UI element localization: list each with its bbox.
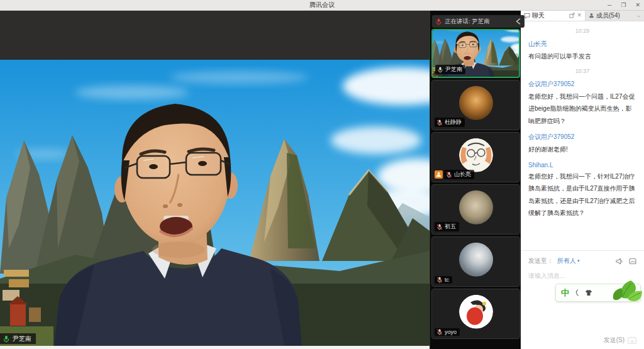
speaker-name-label: 尹芝南 bbox=[0, 333, 36, 344]
participant-name-label: 尹芝南 bbox=[435, 65, 465, 74]
tab-members[interactable]: 成员(54) ⌄ bbox=[586, 10, 644, 21]
participant-name-label: tc bbox=[435, 276, 452, 284]
panel-tabs: 聊天 ✕ 成员(54) ⌄ bbox=[521, 10, 644, 21]
close-chat-tab-icon[interactable]: ✕ bbox=[577, 13, 582, 18]
speaking-banner-label: 正在讲话: 尹芝南 bbox=[445, 18, 513, 26]
chat-sender[interactable]: 会议用户379052 bbox=[528, 80, 636, 89]
send-button[interactable]: 发送(S) bbox=[604, 336, 625, 345]
speaker-name: 尹芝南 bbox=[13, 335, 31, 343]
mic-muted-icon bbox=[436, 119, 443, 126]
avatar bbox=[459, 191, 493, 224]
window-titlebar: 腾讯会议 bbox=[0, 0, 644, 11]
send-to-caret-icon: ▾ bbox=[577, 258, 580, 263]
avatar bbox=[459, 243, 493, 277]
window-bottom-strip bbox=[0, 346, 430, 349]
avatar bbox=[459, 86, 493, 120]
participant-name-label: 山长亮 bbox=[444, 170, 474, 179]
mic-on-icon bbox=[437, 67, 443, 73]
popout-icon[interactable] bbox=[569, 13, 575, 18]
tab-chat[interactable]: 聊天 ✕ bbox=[521, 10, 586, 21]
chat-sender[interactable]: 山长亮 bbox=[528, 40, 636, 48]
window-title: 腾讯会议 bbox=[0, 0, 644, 10]
members-person-icon bbox=[589, 13, 594, 18]
chat-timestamp: 10:37 bbox=[528, 68, 636, 74]
chat-panel: 聊天 ✕ 成员(54) ⌄ 10:29 山长亮 有问题的可以举手发言 10:37… bbox=[521, 10, 644, 349]
send-to-selector[interactable]: 所有人▾ bbox=[557, 257, 580, 265]
mic-on-icon bbox=[3, 335, 10, 343]
main-video-area: 尹芝南 bbox=[0, 10, 430, 349]
restore-button[interactable]: ❐ bbox=[621, 0, 626, 10]
tab-overflow-caret-icon[interactable]: ⌄ bbox=[636, 13, 641, 18]
send-options-caret-icon[interactable]: ⌄ bbox=[628, 337, 636, 344]
chat-compose-area: 发送至： 所有人▾ 请输入消息... 中 bbox=[521, 250, 644, 349]
chat-message-text: 有问题的可以举手发言 bbox=[528, 50, 636, 63]
participant-tile[interactable]: 初五 bbox=[431, 184, 520, 235]
message-input[interactable]: 请输入消息... bbox=[528, 272, 636, 280]
close-button[interactable]: ✕ bbox=[635, 0, 640, 10]
screenshot-icon[interactable] bbox=[629, 258, 636, 265]
send-to-label: 发送至： bbox=[528, 257, 553, 265]
tab-members-label: 成员(54) bbox=[596, 11, 620, 20]
speaker-video-feed bbox=[0, 60, 430, 346]
ime-punctuation-icon[interactable] bbox=[574, 289, 580, 296]
avatar bbox=[459, 295, 493, 329]
mic-muted-icon bbox=[436, 277, 443, 283]
ime-mode-toggle[interactable]: 中 bbox=[561, 289, 569, 297]
participant-tile[interactable]: tc bbox=[431, 236, 520, 287]
chat-timestamp: 10:29 bbox=[528, 28, 636, 34]
participant-tile-self[interactable]: 尹芝南 bbox=[431, 29, 520, 78]
ime-leaves-decoration bbox=[602, 279, 643, 305]
ime-skin-icon[interactable] bbox=[585, 289, 592, 296]
ime-toolbar[interactable]: 中 bbox=[555, 284, 641, 302]
avatar bbox=[459, 138, 493, 172]
tab-chat-label: 聊天 bbox=[532, 11, 545, 20]
announcement-horn-icon[interactable] bbox=[616, 258, 623, 265]
chat-message-text: 好的谢谢老师! bbox=[528, 143, 636, 156]
chat-sender[interactable]: Shihan.L bbox=[528, 162, 636, 169]
participant-tile[interactable]: 山长亮 bbox=[431, 132, 520, 182]
chat-message-text: 老师您好，我想问一下，针对IL27治疗胰岛素抵抗，是由于IL27直接作用于胰岛素… bbox=[528, 170, 636, 219]
mic-muted-icon bbox=[436, 224, 443, 230]
chat-message-text: 老师您好，我想问一个问题，IL27会促进beige脂肪细胞的褐变从而生热，影响肥… bbox=[528, 91, 636, 128]
minimize-button[interactable]: ─ bbox=[608, 0, 611, 10]
mic-muted-icon bbox=[436, 329, 443, 335]
participant-tile[interactable]: 杜静静 bbox=[431, 80, 520, 130]
host-badge-icon bbox=[435, 170, 443, 179]
speaking-banner: 正在讲话: 尹芝南 bbox=[432, 15, 525, 28]
collapse-arrow-icon[interactable] bbox=[515, 18, 521, 25]
chat-sender[interactable]: 会议用户379052 bbox=[528, 133, 636, 141]
participant-strip: 正在讲话: 尹芝南 尹芝南 杜静静 bbox=[430, 10, 521, 349]
chat-bubble-icon bbox=[524, 13, 530, 19]
mic-muted-icon bbox=[446, 172, 452, 178]
participant-name-label: yoyo bbox=[435, 328, 460, 336]
chat-message-list[interactable]: 10:29 山长亮 有问题的可以举手发言 10:37 会议用户379052 老师… bbox=[521, 21, 644, 250]
participant-name-label: 初五 bbox=[435, 222, 459, 231]
participant-tile[interactable]: yoyo bbox=[431, 289, 520, 339]
speaking-mic-icon bbox=[435, 18, 442, 25]
participant-name-label: 杜静静 bbox=[435, 118, 465, 127]
